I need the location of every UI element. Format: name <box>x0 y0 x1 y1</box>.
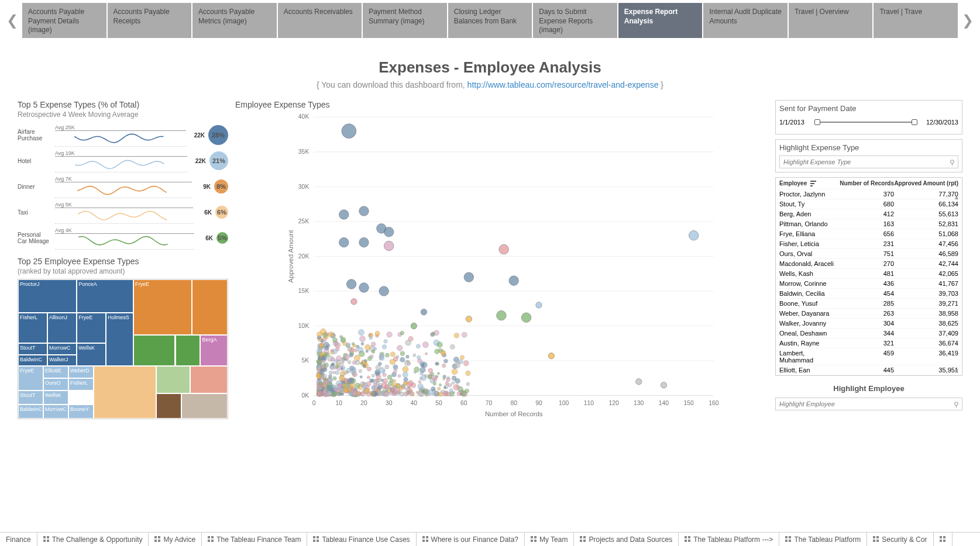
col-amount[interactable]: Approved Amount (rpt) <box>894 180 958 186</box>
sparkline-row[interactable]: Hotel Avg 19K 22K 21% <box>18 148 228 174</box>
nav-next-arrow[interactable]: ❯ <box>959 3 976 38</box>
table-row[interactable]: Oneal, Deshawn34437,409 <box>777 328 961 338</box>
treemap-cell[interactable] <box>181 393 228 419</box>
svg-point-564 <box>335 365 339 368</box>
nav-tab[interactable]: Travel | Overview <box>789 3 873 38</box>
treemap-cell[interactable]: FryeE <box>18 366 43 391</box>
sheet-tab[interactable]: The Tableau Platform <box>779 533 867 546</box>
treemap-chart[interactable]: ProctorJPonceAFisherLAllisonJFryeEStoutT… <box>18 279 228 419</box>
nav-tab[interactable]: Internal Audit Duplicate Amounts <box>703 3 788 38</box>
download-link[interactable]: http://www.tableau.com/resource/travel-a… <box>467 80 659 89</box>
sheet-tab-more[interactable] <box>934 533 953 546</box>
table-row[interactable]: Lambert, Muhammad45936,419 <box>777 348 961 365</box>
treemap-cell[interactable]: FisherL <box>68 378 94 391</box>
table-row[interactable]: Boone, Yusuf28539,271 <box>777 298 961 308</box>
sparkline-row[interactable]: Personal Car Mileage Avg 4K 6K 5% <box>18 225 228 251</box>
treemap-cell[interactable]: FryeE <box>77 313 106 343</box>
nav-tab[interactable]: Closing Ledger Balances from Bank <box>448 3 532 38</box>
treemap-cell[interactable]: StoutT <box>18 343 47 354</box>
slider-thumb-from[interactable] <box>814 119 820 125</box>
sheet-tab[interactable]: My Advice <box>149 533 202 546</box>
sheet-tab[interactable]: My Team <box>525 533 574 546</box>
treemap-cell[interactable]: WellsK <box>43 391 68 405</box>
treemap-cell[interactable]: BaldwinC <box>18 355 47 366</box>
treemap-cell[interactable] <box>190 366 228 394</box>
nav-tab[interactable]: Days to Submit Expense Reports (image) <box>533 3 617 38</box>
treemap-cell[interactable] <box>156 393 181 419</box>
slider-thumb-to[interactable] <box>912 119 917 125</box>
col-records[interactable]: Number of Records <box>835 180 894 186</box>
table-row[interactable]: Proctor, Jazlynn37077,370 <box>777 189 961 199</box>
treemap-cell[interactable]: BaldwinC <box>18 405 43 419</box>
nav-tab[interactable]: Accounts Receivables <box>278 3 362 38</box>
nav-tab[interactable]: Accounts Payable Receipts <box>108 3 192 38</box>
treemap-cell[interactable]: WeberD <box>68 366 94 378</box>
scroll-down-icon[interactable]: ▼ <box>954 368 961 374</box>
treemap-cell[interactable]: FryeE <box>133 279 192 335</box>
table-row[interactable]: Shepherd, Isaac36135,892 <box>777 375 961 375</box>
treemap-cell[interactable] <box>192 279 228 335</box>
sheet-tab[interactable]: Tableau Finance Use Cases <box>307 533 416 546</box>
svg-point-563 <box>319 343 324 348</box>
treemap-cell[interactable] <box>133 335 176 365</box>
treemap-cell[interactable]: BergA <box>200 335 228 365</box>
treemap-cell[interactable]: ProctorJ <box>18 279 77 313</box>
sheet-tab[interactable]: Where is our Finance Data? <box>417 533 525 546</box>
sparkline-row[interactable]: Airfare Purchase Avg 25K 22K 28% <box>18 122 228 148</box>
table-row[interactable]: Elliott, Ean44535,951 <box>777 365 961 375</box>
nav-tab[interactable]: Expense Report Analysis <box>618 3 703 38</box>
treemap-cell[interactable]: HolmesS <box>106 313 133 365</box>
date-slider[interactable]: 1/1/2013 12/30/2013 <box>779 116 958 128</box>
svg-rect-683 <box>426 536 428 538</box>
treemap-cell[interactable] <box>156 366 190 394</box>
scroll-up-icon[interactable]: ▲ <box>954 194 961 201</box>
sheet-tab[interactable]: Projects and Data Sources <box>574 533 679 546</box>
table-row[interactable]: Stout, Ty68066,134 <box>777 199 961 209</box>
svg-point-296 <box>335 371 339 375</box>
nav-prev-arrow[interactable]: ❮ <box>4 3 21 38</box>
table-row[interactable]: Austin, Rayne32136,674 <box>777 338 961 348</box>
treemap-cell[interactable]: ElliottE <box>43 366 68 378</box>
sheet-tab[interactable]: The Tableau Platform ---> <box>679 533 779 546</box>
nav-tab[interactable]: Travel | Trave <box>874 3 958 38</box>
treemap-cell[interactable]: OursO <box>43 378 68 391</box>
sheet-tab[interactable]: Security & Cor <box>867 533 933 546</box>
treemap-cell[interactable]: WellsK <box>77 343 106 365</box>
table-row[interactable]: Berg, Aden41255,613 <box>777 209 961 219</box>
sheet-tab[interactable]: The Tableau Finance Team <box>202 533 307 546</box>
treemap-cell[interactable]: PonceA <box>77 279 133 313</box>
table-row[interactable]: Pittman, Orlando16352,831 <box>777 219 961 229</box>
highlight-emp-input[interactable] <box>775 398 962 410</box>
sparkline-row[interactable]: Dinner Avg 7K 9K 8% <box>18 174 228 199</box>
treemap-cell[interactable] <box>176 335 201 365</box>
table-row[interactable]: Morrow, Corinne43641,767 <box>777 278 961 288</box>
treemap-cell[interactable]: StoutT <box>18 391 43 405</box>
treemap-cell[interactable]: BooneY <box>68 405 94 419</box>
sort-icon[interactable] <box>810 181 817 186</box>
treemap-cell[interactable]: MorrowC <box>47 343 77 354</box>
treemap-cell[interactable]: WalkerJ <box>47 355 77 366</box>
table-row[interactable]: Fisher, Leticia23147,456 <box>777 239 961 248</box>
sheet-tab[interactable]: The Challenge & Opportunity <box>37 533 149 546</box>
table-row[interactable]: Weber, Dayanara26338,958 <box>777 308 961 318</box>
table-row[interactable]: Wells, Kash48142,065 <box>777 268 961 278</box>
svg-point-36 <box>400 357 405 362</box>
sheet-tab[interactable]: Finance <box>0 533 37 546</box>
table-row[interactable]: Macdonald, Araceli27042,744 <box>777 258 961 268</box>
treemap-cell[interactable]: FisherL <box>18 313 47 343</box>
col-employee[interactable]: Employee <box>779 180 807 186</box>
treemap-cell[interactable] <box>94 366 156 419</box>
svg-point-593 <box>384 384 389 389</box>
scatter-chart[interactable]: 0K5K10K15K20K25K30K35K40K010203040506070… <box>235 110 768 420</box>
treemap-cell[interactable]: MorrowC <box>43 405 68 419</box>
table-row[interactable]: Baldwin, Cecilia45439,703 <box>777 288 961 298</box>
table-row[interactable]: Frye, Elliana65651,068 <box>777 229 961 239</box>
treemap-cell[interactable]: AllisonJ <box>47 313 77 343</box>
highlight-type-input[interactable] <box>779 155 958 168</box>
nav-tab[interactable]: Accounts Payable Metrics (image) <box>192 3 277 38</box>
table-row[interactable]: Ours, Orval75146,589 <box>777 248 961 258</box>
nav-tab[interactable]: Payment Method Summary (image) <box>363 3 447 38</box>
nav-tab[interactable]: Accounts Payable Payment Details (image) <box>22 3 106 38</box>
table-row[interactable]: Walker, Jovanny30438,625 <box>777 318 961 328</box>
sparkline-row[interactable]: Taxi Avg 5K 6K 6% <box>18 199 228 225</box>
